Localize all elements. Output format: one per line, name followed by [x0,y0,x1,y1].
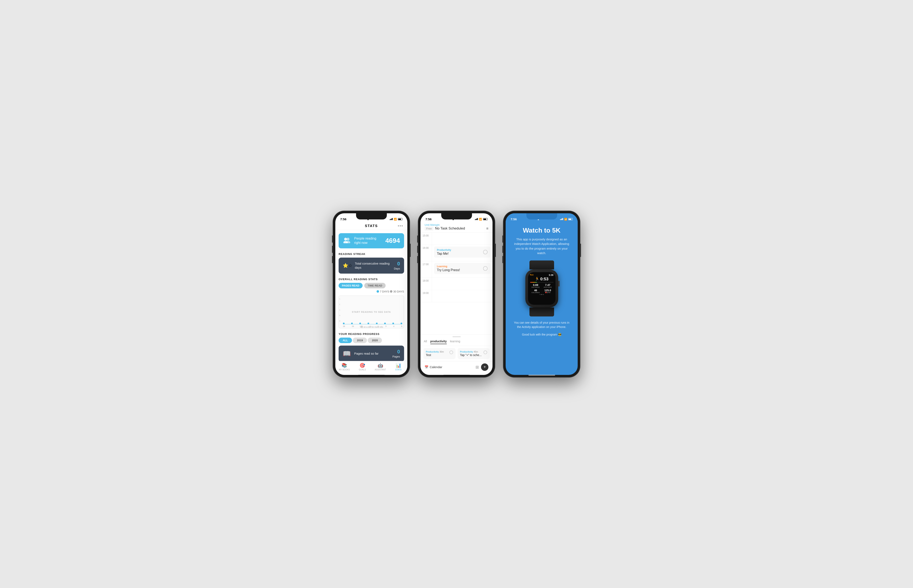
nav-assistant[interactable]: 🤖 ASSISTANT [371,363,390,371]
time-label-18: 18:00 [421,278,432,290]
signal-icon-1 [390,218,393,221]
battery-icon-3 [568,218,573,220]
chart-tap-info: Tap on a dot for more info [360,326,383,328]
phones-container: 7:56 ▲ 📶 [333,211,580,377]
hamburger-icon[interactable]: ≡ [486,226,489,231]
task-list-section: Productivity 30m Test Productivity 45m [421,346,492,361]
mini-task-card-2[interactable]: Productivity 45m Tap "+" to sche... [458,348,490,359]
distance-stat: 0.69 DISTANCE [530,283,541,288]
phone1-content: STATS ••• Pe [335,222,407,375]
bpm-value: 125.0 [542,289,554,292]
cal-bottom-nav: 📅 Calendar ⊞ + [421,361,492,375]
pages-read-tab[interactable]: PAGES READ [338,283,363,288]
bottom-nav-1: 📚 MY BOOKS 🎯 GOALS 🤖 ASSISTANT 📊 STATS [335,361,407,375]
chart-dot[interactable] [376,323,377,324]
chart-dot[interactable] [367,323,369,324]
people-icon [343,236,351,245]
time-label-17: 17:00 [421,261,432,278]
runner-row: 🏃 0:53 [530,277,554,281]
status-icons-1: 📶 [390,218,402,221]
30days-label[interactable]: 30 DAYS [393,290,404,293]
streak-number: 0 [394,261,400,267]
filter-all[interactable]: All [424,340,427,344]
phone-3: 7:56 ▲ 📶 [503,211,580,377]
streak-value: 0 Days [394,261,400,270]
task-circle-2[interactable] [483,266,487,271]
watch-progress-bar [530,282,554,283]
chart-dot[interactable] [343,323,345,324]
pages-number: 0 [392,349,400,355]
cal-bottom-sheet: All productivity learning Productivity 3… [421,334,492,375]
svg-point-0 [344,238,347,241]
phone-1-screen: 7:56 ▲ 📶 [335,213,407,375]
chart-dot[interactable] [351,323,353,324]
nav-my-books[interactable]: 📚 MY BOOKS [335,363,353,371]
task-circle-1[interactable] [483,250,487,254]
watch-band-top [529,260,554,270]
mini-task-card-1[interactable]: Productivity 30m Test [423,348,456,359]
time-slot-18: 18:00 [421,278,492,290]
nav-books-label: MY BOOKS [339,368,350,371]
calendar-nav-button[interactable]: 📅 Calendar [424,365,473,369]
mini-circle-2[interactable] [484,351,487,354]
filter-learning[interactable]: learning [450,340,460,344]
mini-task-duration-2: 45m [474,351,478,353]
chart-dot[interactable] [392,323,394,324]
task-name-1: Tap Me! [437,252,451,255]
streak-text: Total consecutive reading days [355,262,391,270]
svg-point-2 [346,238,350,241]
task-card-learning[interactable]: Learning Try Long Press! [434,263,490,274]
stats-scroll[interactable]: People reading right now 4694 READING ST… [335,230,407,361]
nav-goals-label: GOALS [359,368,366,371]
time-read-tab[interactable]: TIME READ [364,283,385,288]
watch-crown [558,281,560,286]
signal-icon-3 [560,218,563,221]
grid-icon[interactable]: ⊞ [476,365,479,370]
sheet-handle [453,336,461,337]
calories-value: 46 [530,289,541,292]
time-content-18 [432,278,492,290]
task-category-1: Productivity [437,249,451,252]
task-card-productivity[interactable]: Productivity Tap Me! [434,247,490,258]
stats-menu-button[interactable]: ••• [398,223,403,228]
mini-circle-1[interactable] [449,351,453,354]
chart-dot[interactable] [401,323,402,324]
time-label-15: 15:00 [421,233,432,245]
7days-label[interactable]: 7 DAYS [380,290,389,293]
pages-read-card: 📖 Pages read so far 0 Pages [338,346,404,361]
task-card-info-2: Learning Try Long Press! [437,265,460,272]
nav-goals[interactable]: 🎯 GOALS [353,363,371,371]
stats-tabs-row: PAGES READ TIME READ 7 DAYS 30 DAYS [338,283,404,293]
reading-chart[interactable]: 11100 START READING TO SEE DATA [338,296,404,328]
assistant-icon: 🤖 [377,363,383,368]
mini-task-cat-2: Productivity 45m [460,351,482,353]
time-slot-19: 19:00 [421,290,492,302]
nav-stats[interactable]: 📊 STATS [389,363,407,371]
cal-free-label: Free [424,227,434,231]
2019-tab[interactable]: 2019 [353,338,367,343]
2020-tab[interactable]: 2020 [368,338,382,343]
mini-task-duration-1: 30m [440,351,444,353]
cal-scroll[interactable]: 15:00 16:00 Productivity Tap Me! [421,233,492,334]
mini-task-info-1: Productivity 30m Test [426,351,444,357]
add-task-button[interactable]: + [481,363,489,371]
reading-progress-header: YOUR READING PROGRESS [338,333,404,336]
progress-tabs: ALL 2019 2020 [338,338,404,343]
all-tab[interactable]: ALL [338,338,352,343]
filter-productivity[interactable]: productivity [431,340,447,344]
people-reading-text: People reading right now [354,236,382,245]
pages-value: 0 Pages [392,349,400,358]
stats-header: STATS ••• [335,222,407,230]
home-indicator-3 [528,375,555,376]
notch-3 [526,213,557,220]
status-icons-3: 📶 [560,218,573,221]
watch-display: Run 5:39 🏃 0:53 [528,272,555,305]
chart-dot[interactable] [359,323,361,324]
streak-card: ⭐☆ Total consecutive reading days 0 Days [338,258,404,274]
wifi-icon-1: 📶 [394,218,397,221]
phone3-content: Watch to 5K This app is purposely design… [506,222,578,375]
wifi-icon-3: 📶 [564,218,567,221]
watch-good-luck: Good luck with the program 😎 [522,333,561,336]
chart-dot[interactable] [384,323,386,324]
watch-to-5k-title: Watch to 5K [523,226,561,234]
